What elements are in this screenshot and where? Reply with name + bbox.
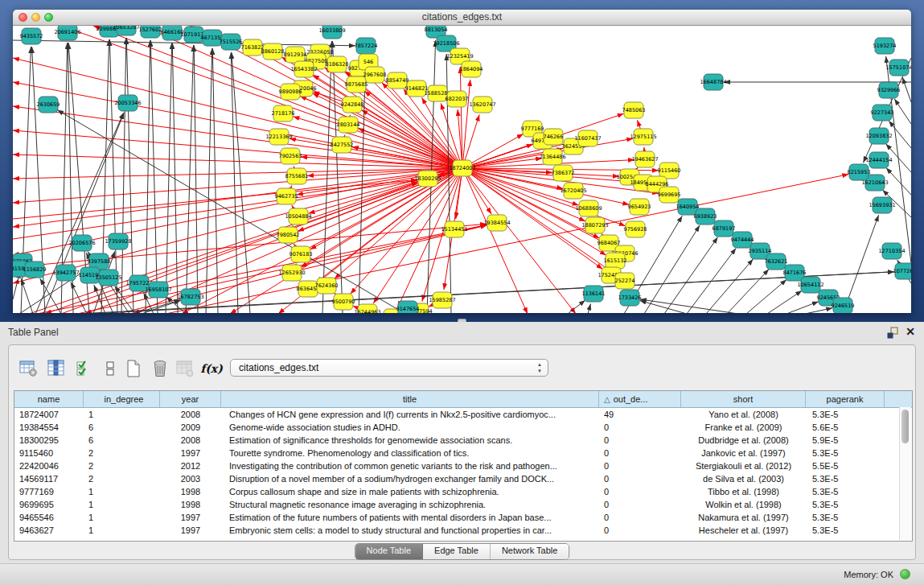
- graph-node[interactable]: 9246519: [832, 298, 855, 313]
- graph-node[interactable]: 12444154: [865, 152, 892, 168]
- graph-node[interactable]: 8186328: [326, 56, 349, 72]
- float-panel-icon[interactable]: [887, 327, 899, 339]
- graph-node[interactable]: 16033809: [318, 26, 345, 39]
- graph-node[interactable]: 16543382: [290, 61, 317, 77]
- graph-node[interactable]: 19463627: [631, 151, 658, 167]
- graph-node[interactable]: 16244963: [354, 304, 380, 313]
- graph-node[interactable]: 9227343: [871, 105, 894, 121]
- graph-node[interactable]: 5193274: [873, 38, 897, 54]
- graph-node[interactable]: 15751074: [885, 60, 911, 76]
- graph-node[interactable]: 7485063: [622, 102, 646, 118]
- graph-node[interactable]: 9500790: [332, 294, 355, 310]
- table-row[interactable]: 977716911998Corpus callosum shape and si…: [14, 485, 912, 498]
- column-header-short[interactable]: short: [681, 391, 806, 407]
- graph-node[interactable]: 6938923: [694, 208, 717, 225]
- column-header-pagerank[interactable]: pagerank: [806, 391, 885, 407]
- network-canvas[interactable]: 9435572206914062099862210653287152760264…: [13, 26, 911, 313]
- show-columns-button[interactable]: [45, 357, 68, 380]
- window-titlebar[interactable]: citations_edges.txt: [13, 10, 911, 26]
- delete-table-button[interactable]: [174, 357, 196, 380]
- graph-node[interactable]: 16648784: [700, 74, 726, 90]
- delete-column-button[interactable]: [149, 357, 171, 380]
- graph-node[interactable]: 7386372: [552, 165, 575, 181]
- table-mode-button[interactable]: [17, 357, 39, 380]
- graph-node[interactable]: 13620747: [469, 97, 495, 113]
- graph-node[interactable]: 15693931: [869, 197, 895, 213]
- graph-node[interactable]: 11607437: [574, 130, 601, 146]
- table-row[interactable]: 969969511998Structural magnetic resonanc…: [14, 498, 912, 511]
- graph-node[interactable]: 9462735: [275, 188, 298, 204]
- table-row[interactable]: 2242004622012Investigating the contribut…: [14, 459, 912, 472]
- row-selection-button[interactable]: [73, 357, 96, 380]
- graph-node[interactable]: 1136141: [582, 286, 606, 302]
- graph-node[interactable]: 7632621: [765, 253, 788, 270]
- tab-edge-table[interactable]: Edge Table: [423, 544, 491, 559]
- graph-node[interactable]: 2630659: [37, 97, 60, 113]
- graph-node[interactable]: 17359928: [105, 233, 131, 249]
- column-header-out_de[interactable]: △out_de...: [599, 391, 681, 407]
- graph-node[interactable]: 1615132: [604, 253, 627, 269]
- table-row[interactable]: 1456911722003Disruption of a novel membe…: [14, 472, 912, 485]
- graph-node[interactable]: 7902563: [279, 148, 302, 164]
- graph-node[interactable]: 16720405: [560, 183, 586, 199]
- graph-node[interactable]: 12652930: [278, 265, 305, 281]
- graph-node[interactable]: 20691406: [54, 26, 80, 40]
- graph-node[interactable]: 18724007: [449, 160, 475, 176]
- memory-status-icon[interactable]: [900, 569, 910, 579]
- graph-node[interactable]: 746266: [544, 129, 564, 145]
- graph-node[interactable]: 13505125: [95, 270, 121, 286]
- graph-node[interactable]: 9147654: [396, 301, 420, 313]
- function-builder-button[interactable]: f(x): [200, 357, 223, 380]
- graph-node[interactable]: 6822037: [446, 91, 469, 107]
- scrollbar-thumb[interactable]: [901, 410, 909, 443]
- graph-node[interactable]: 21364486: [539, 149, 565, 165]
- tab-network-table[interactable]: Network Table: [491, 544, 569, 559]
- table-row[interactable]: 1872400712008Changes of HCN gene express…: [14, 408, 912, 421]
- graph-node[interactable]: 12710354: [878, 243, 905, 259]
- graph-node[interactable]: 252274: [615, 273, 635, 289]
- column-header-in_degree[interactable]: in_degree: [84, 391, 160, 407]
- graph-node[interactable]: 9890986: [279, 84, 302, 100]
- graph-node[interactable]: 8860128: [261, 43, 285, 60]
- graph-node[interactable]: 7857224: [355, 38, 378, 54]
- graph-node[interactable]: 8427552: [331, 137, 354, 153]
- graph-node[interactable]: 18300295: [414, 171, 441, 187]
- graph-node[interactable]: 20053346: [114, 95, 141, 111]
- graph-node[interactable]: 10688609: [575, 200, 602, 216]
- graph-node[interactable]: 1077269: [893, 263, 911, 279]
- graph-node[interactable]: 12975115: [630, 129, 656, 145]
- graph-node[interactable]: 7515526: [220, 34, 243, 50]
- network-table-selector[interactable]: citations_edges.txt ▲▼: [230, 359, 548, 377]
- graph-node[interactable]: 9435572: [20, 28, 43, 44]
- graph-node[interactable]: 20206576: [68, 235, 95, 251]
- graph-node[interactable]: 18807293: [581, 217, 608, 233]
- column-header-year[interactable]: year: [160, 391, 221, 407]
- column-header-name[interactable]: name: [14, 391, 84, 407]
- graph-node[interactable]: 9756928: [624, 221, 647, 237]
- graph-node[interactable]: 15985287: [429, 292, 455, 308]
- graph-node[interactable]: 19384554: [483, 215, 510, 231]
- table-row[interactable]: 1830029562008Estimation of significance …: [14, 434, 912, 447]
- column-header-title[interactable]: title: [221, 391, 599, 407]
- graph-node[interactable]: 1527602: [139, 26, 162, 38]
- graph-node[interactable]: 9875685: [345, 76, 368, 93]
- graph-node[interactable]: 13942757: [52, 265, 79, 281]
- graph-node[interactable]: 2803144: [337, 117, 360, 133]
- table-row[interactable]: 946554611997Estimation of the future num…: [14, 511, 912, 524]
- graph-node[interactable]: 12213369: [265, 129, 292, 145]
- graph-node[interactable]: 6879197: [713, 220, 736, 237]
- graph-node[interactable]: 9242848: [341, 97, 364, 113]
- graph-node[interactable]: 2967608: [363, 67, 387, 83]
- graph-node[interactable]: 8215953: [848, 164, 871, 180]
- graph-node[interactable]: 2718176: [272, 105, 295, 122]
- graph-node[interactable]: 9076183: [290, 246, 313, 262]
- row-height-button[interactable]: [99, 357, 121, 380]
- graph-node[interactable]: 9654923: [628, 199, 651, 215]
- table-scrollbar[interactable]: [899, 407, 911, 540]
- table-row[interactable]: 946362711997Embryonic stem cells: a mode…: [14, 524, 912, 537]
- graph-node[interactable]: 16958107: [145, 282, 171, 298]
- graph-node[interactable]: 1733426: [618, 290, 642, 306]
- graph-node[interactable]: 9329966: [877, 82, 901, 98]
- table-row[interactable]: 1938455462009Genome-wide association stu…: [14, 421, 912, 434]
- graph-node[interactable]: 1156829: [23, 262, 47, 278]
